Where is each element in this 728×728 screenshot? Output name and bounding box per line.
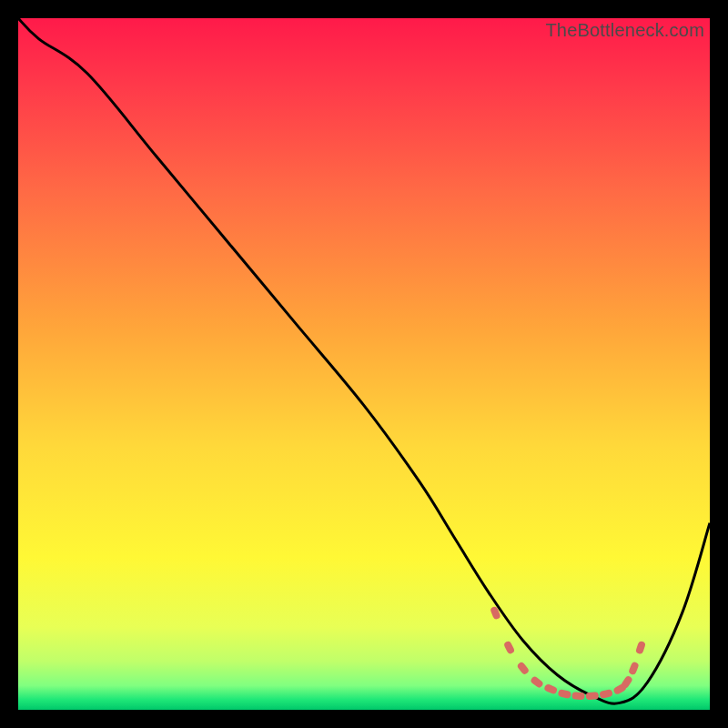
watermark-text: TheBottleneck.com: [545, 20, 704, 41]
optimal-dot: [586, 692, 600, 700]
chart-frame: TheBottleneck.com: [18, 18, 710, 710]
optimal-dot: [571, 692, 585, 700]
bottleneck-chart: [18, 18, 710, 710]
chart-background: [18, 18, 710, 710]
